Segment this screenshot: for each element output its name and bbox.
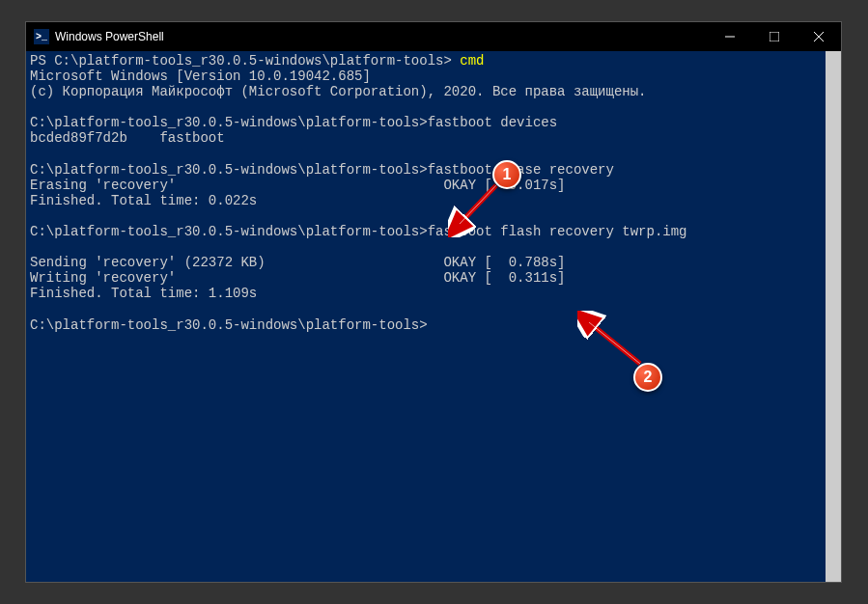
terminal-line: Writing 'recovery' OKAY [ 0.311s] xyxy=(30,270,566,286)
terminal-line: C:\platform-tools_r30.0.5-windows\platfo… xyxy=(30,317,428,333)
terminal-line: Sending 'recovery' (22372 KB) OKAY [ 0.7… xyxy=(30,255,566,270)
window-title: Windows PowerShell xyxy=(55,30,164,43)
terminal-line: C:\platform-tools_r30.0.5-windows\platfo… xyxy=(30,115,557,130)
close-button[interactable] xyxy=(797,22,841,51)
powershell-icon: >_ xyxy=(34,29,49,44)
terminal-line: PS C:\platform-tools_r30.0.5-windows\pla… xyxy=(30,53,460,69)
terminal-line: Finished. Total time: 1.109s xyxy=(30,286,257,301)
titlebar-buttons xyxy=(708,22,841,51)
terminal-line: C:\platform-tools_r30.0.5-windows\platfo… xyxy=(30,224,687,239)
powershell-window: >_ Windows PowerShell PS C:\platform-too… xyxy=(25,21,842,583)
minimize-button[interactable] xyxy=(708,22,752,51)
maximize-button[interactable] xyxy=(752,22,797,51)
annotation-badge-1: 1 xyxy=(492,160,521,189)
terminal-line: bcded89f7d2b fastboot xyxy=(30,130,225,146)
terminal-line: (c) Корпорация Майкрософт (Microsoft Cor… xyxy=(30,84,647,99)
terminal-body[interactable]: PS C:\platform-tools_r30.0.5-windows\pla… xyxy=(26,51,841,582)
terminal-line: Erasing 'recovery' OKAY [ 0.017s] xyxy=(30,178,566,193)
svg-rect-1 xyxy=(770,32,779,41)
terminal-line: C:\platform-tools_r30.0.5-windows\platfo… xyxy=(30,162,614,178)
titlebar-left: >_ Windows PowerShell xyxy=(34,29,164,44)
annotation-badge-2: 2 xyxy=(633,363,662,392)
titlebar: >_ Windows PowerShell xyxy=(26,22,841,51)
terminal-line: Finished. Total time: 0.022s xyxy=(30,193,257,208)
terminal-line: Microsoft Windows [Version 10.0.19042.68… xyxy=(30,69,371,84)
terminal-cmd: cmd xyxy=(460,53,484,69)
